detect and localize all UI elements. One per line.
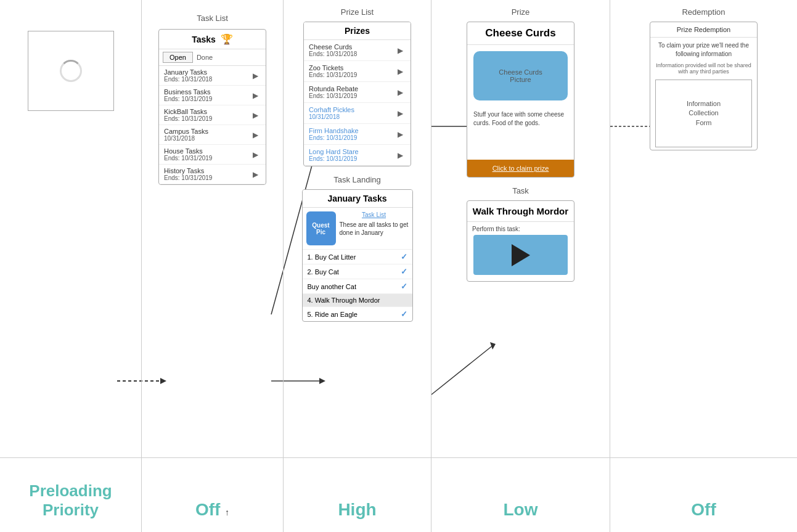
redemption-panel-header: Prize Redemption: [650, 22, 757, 38]
prize-date-4: Ends: 10/31/2019: [309, 134, 394, 141]
play-button-icon[interactable]: [512, 244, 530, 266]
task-entry-label-0: 1. Buy Cat Litter: [308, 253, 356, 261]
task-list-panel-header: Tasks: [192, 35, 216, 44]
task-date-2: Ends: 10/31/2019: [164, 115, 212, 122]
task-item-5[interactable]: History Tasks Ends: 10/31/2019 ▶: [159, 165, 266, 184]
task-name-5: History Tasks: [164, 167, 212, 174]
column-preloading: Preloading Priority: [0, 0, 142, 532]
task-entry-4[interactable]: 5. Ride an Eagle ✓: [303, 306, 412, 321]
task-check-1: ✓: [401, 267, 407, 276]
column-off2: Redemption Prize Redemption To claim you…: [610, 0, 797, 532]
trophy-icon: 🏆: [221, 33, 233, 45]
prize-item-2[interactable]: Rotunda Rebate Ends: 10/31/2019 ▶: [304, 82, 411, 103]
task-arrow-4[interactable]: ▶: [250, 149, 261, 160]
task-date-0: Ends: 10/31/2018: [164, 76, 212, 83]
prize-name-4: Firm Handshake: [309, 127, 394, 134]
task-tabs: Open Done: [159, 49, 266, 66]
redemption-form: Information Collection Form: [655, 80, 752, 147]
task-entry-label-4: 5. Ride an Eagle: [308, 311, 358, 318]
prize-list-title-text: Prize List: [341, 7, 374, 17]
task-entry-0[interactable]: 1. Buy Cat Litter ✓: [303, 249, 412, 264]
off2-label: Off: [691, 500, 716, 519]
task-item-3[interactable]: Campus Tasks 10/31/2018 ▶: [159, 125, 266, 145]
prize-image: Cheese Curds Picture: [473, 51, 568, 100]
task-entry-label-2: Buy another Cat: [308, 283, 357, 290]
prize-panel-header: Cheese Curds: [467, 22, 574, 45]
preloading-label: Preloading Priority: [29, 481, 112, 519]
task-video[interactable]: [473, 235, 568, 275]
task-entry-2[interactable]: Buy another Cat ✓: [303, 279, 412, 293]
task-name-4: House Tasks: [164, 147, 212, 155]
redemption-section-title: Redemption: [610, 0, 797, 17]
redemption-sub-text: Information provided will not be shared …: [650, 62, 757, 77]
task-landing-panel-header: January Tasks: [303, 190, 412, 208]
prize-name-3: Corhaft Pickles: [309, 106, 394, 113]
col-label-off1: Off ↑: [142, 500, 283, 520]
section-title-prize-list-col2: [142, 0, 283, 7]
prize-item-0[interactable]: Cheese Curds Ends: 10/31/2018 ▶: [304, 40, 411, 61]
task-item-4[interactable]: House Tasks Ends: 10/31/2019 ▶: [159, 145, 266, 165]
task-landing-panel: January Tasks QuestPic Task List These a…: [302, 189, 413, 322]
task-panel-header: Walk Through Mordor: [467, 201, 574, 222]
task-date-3: 10/31/2018: [164, 135, 208, 142]
h-divider-col2: [142, 457, 283, 458]
prize-list-panel: Prizes Cheese Curds Ends: 10/31/2018 ▶ Z…: [303, 22, 411, 166]
tab-open[interactable]: Open: [163, 52, 193, 63]
task-item-0[interactable]: January Tasks Ends: 10/31/2018 ▶: [159, 66, 266, 86]
prize-arrow-4[interactable]: ▶: [394, 129, 406, 140]
prize-arrow-2[interactable]: ▶: [394, 87, 406, 98]
task-arrow-1[interactable]: ▶: [250, 90, 261, 101]
prize-name-2: Rotunda Rebate: [309, 85, 394, 92]
task-arrow-2[interactable]: ▶: [250, 110, 261, 121]
task-check-4: ✓: [401, 309, 407, 319]
task-landing-section-title: Task Landing: [284, 175, 431, 184]
prize-item-1[interactable]: Zoo Tickets Ends: 10/31/2019 ▶: [304, 61, 411, 82]
prize-item-5[interactable]: Long Hard Stare Ends: 10/31/2019 ▶: [304, 145, 411, 166]
task-landing-desc: These are all tasks to get done in Janua…: [340, 221, 409, 237]
task-landing-title-text: Task Landing: [333, 175, 381, 184]
prize-item-3[interactable]: Corhaft Pickles 10/31/2018 ▶: [304, 103, 411, 124]
task-arrow-5[interactable]: ▶: [250, 169, 261, 180]
prize-date-0: Ends: 10/31/2018: [309, 51, 394, 57]
claim-prize-button[interactable]: Click to claim prize: [467, 160, 574, 177]
prize-date-1: Ends: 10/31/2019: [309, 72, 394, 78]
task-landing-top: QuestPic Task List These are all tasks t…: [303, 208, 412, 249]
col-label-off2: Off: [610, 500, 797, 520]
task-panel: Walk Through Mordor Perform this task:: [467, 200, 574, 282]
task-date-4: Ends: 10/31/2019: [164, 155, 212, 162]
redemption-title-text: Redemption: [682, 7, 725, 17]
prize-arrow-0[interactable]: ▶: [394, 45, 406, 56]
task-list-panel-header-row: Tasks 🏆: [159, 30, 266, 49]
column-off1: Task List Tasks 🏆 Open Done January Task…: [142, 0, 284, 532]
task-section-title: Task: [431, 186, 610, 195]
task-entry-1[interactable]: 2. Buy Cat ✓: [303, 264, 412, 279]
prize-list-panel-header: Prizes: [304, 22, 411, 40]
prize-name-1: Zoo Tickets: [309, 64, 394, 72]
task-arrow-3[interactable]: ▶: [250, 129, 261, 141]
high-label: High: [338, 500, 376, 519]
prize-arrow-3[interactable]: ▶: [394, 108, 406, 119]
task-item-2[interactable]: KickBall Tasks Ends: 10/31/2019 ▶: [159, 105, 266, 125]
task-perform-text: Perform this task:: [467, 222, 574, 235]
task-list-section-label: Task List: [142, 14, 283, 23]
task-list-link[interactable]: Task List: [340, 211, 409, 218]
task-name-1: Business Tasks: [164, 88, 212, 96]
task-arrow-0[interactable]: ▶: [250, 70, 261, 81]
tab-done[interactable]: Done: [197, 54, 213, 61]
redemption-panel: Prize Redemption To claim your prize we'…: [650, 22, 758, 150]
task-item-1[interactable]: Business Tasks Ends: 10/31/2019 ▶: [159, 86, 266, 105]
prize-arrow-1[interactable]: ▶: [394, 66, 406, 77]
prize-name-0: Cheese Curds: [309, 43, 394, 51]
prize-item-4[interactable]: Firm Handshake Ends: 10/31/2019 ▶: [304, 124, 411, 145]
col-label-high: High: [284, 500, 431, 520]
quest-pic: QuestPic: [306, 211, 336, 245]
prize-panel: Cheese Curds Cheese Curds Picture Stuff …: [467, 22, 574, 178]
task-name-3: Campus Tasks: [164, 128, 208, 135]
prize-arrow-5[interactable]: ▶: [394, 150, 406, 161]
task-date-1: Ends: 10/31/2019: [164, 96, 212, 102]
off1-label: Off: [195, 500, 220, 519]
task-entry-3[interactable]: 4. Walk Through Mordor: [303, 293, 412, 306]
task-list-panel: Tasks 🏆 Open Done January Tasks Ends: 10…: [158, 29, 266, 185]
prize-date-5: Ends: 10/31/2019: [309, 155, 394, 162]
task-name-0: January Tasks: [164, 68, 212, 76]
